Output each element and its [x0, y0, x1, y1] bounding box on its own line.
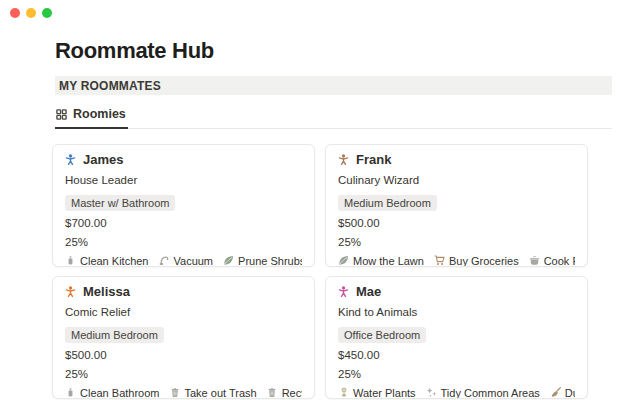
task-label: Clean Kitchen	[80, 255, 149, 267]
task-label: Water Plants	[353, 387, 416, 399]
room-tag: Medium Bedroom	[338, 195, 437, 211]
rent-amount: $450.00	[338, 349, 575, 362]
rent-amount: $700.00	[65, 217, 302, 230]
rent-share: 25%	[65, 368, 302, 381]
rent-amount: $500.00	[338, 217, 575, 230]
task-label: Dust House	[565, 387, 575, 399]
task-label: Clean Bathroom	[80, 387, 160, 399]
roommate-name: Mae	[356, 284, 381, 299]
soap-bottle-icon	[65, 387, 76, 398]
task-list: Clean Bathroom Take out Trash Recycling	[65, 387, 302, 399]
zoom-button[interactable]	[42, 8, 52, 18]
task-label: Vacuum	[174, 255, 214, 267]
view-tabbar: Roomies	[55, 104, 612, 129]
gallery-view-icon	[56, 109, 67, 120]
task-item: Tidy Common Areas	[426, 387, 540, 399]
task-label: Tidy Common Areas	[441, 387, 540, 399]
roommate-name: James	[83, 152, 123, 167]
trash-can-icon	[267, 387, 278, 398]
roommate-role: Comic Relief	[65, 306, 302, 319]
leaf-icon	[338, 255, 349, 266]
task-list: Clean Kitchen Vacuum Prune Shrubs	[65, 255, 302, 267]
task-label: Take out Trash	[185, 387, 257, 399]
tab-roomies[interactable]: Roomies	[55, 104, 128, 129]
task-list: Water Plants Tidy Common Areas Dust Hous…	[338, 387, 575, 399]
section-header-label: MY ROOMMATES	[59, 79, 161, 93]
task-item: Buy Groceries	[434, 255, 519, 267]
section-header: MY ROOMMATES	[55, 76, 612, 95]
potted-flower-icon	[338, 387, 349, 398]
roommate-card-james[interactable]: James House Leader Master w/ Bathroom $7…	[52, 144, 315, 267]
soap-bottle-icon	[65, 255, 76, 266]
person-icon	[65, 154, 76, 165]
task-list: Mow the Lawn Buy Groceries Cook Friday n…	[338, 255, 575, 267]
roommate-card-mae[interactable]: Mae Kind to Animals Office Bedroom $450.…	[325, 276, 588, 399]
task-item: Take out Trash	[170, 387, 257, 399]
rent-share: 25%	[338, 368, 575, 381]
task-label: Buy Groceries	[449, 255, 519, 267]
task-item: Vacuum	[159, 255, 214, 267]
person-icon	[65, 286, 76, 297]
leaf-icon	[223, 255, 234, 266]
task-item: Clean Bathroom	[65, 387, 160, 399]
task-item: Dust House	[550, 387, 575, 399]
roommate-card-frank[interactable]: Frank Culinary Wizard Medium Bedroom $50…	[325, 144, 588, 267]
roommate-role: Kind to Animals	[338, 306, 575, 319]
broom-icon	[550, 387, 561, 398]
task-item: Cook Friday night dinn	[529, 255, 575, 267]
roommate-role: House Leader	[65, 174, 302, 187]
roommate-card-melissa[interactable]: Melissa Comic Relief Medium Bedroom $500…	[52, 276, 315, 399]
rent-amount: $500.00	[65, 349, 302, 362]
room-tag: Master w/ Bathroom	[65, 195, 175, 211]
room-tag: Medium Bedroom	[65, 327, 164, 343]
close-button[interactable]	[10, 8, 20, 18]
rent-share: 25%	[338, 236, 575, 249]
roommate-gallery: James House Leader Master w/ Bathroom $7…	[52, 144, 612, 399]
task-item: Clean Kitchen	[65, 255, 149, 267]
task-item: Recycling	[267, 387, 302, 399]
roommate-name: Melissa	[83, 284, 130, 299]
task-label: Cook Friday night dinn	[544, 255, 575, 267]
roommate-role: Culinary Wizard	[338, 174, 575, 187]
person-icon	[338, 286, 349, 297]
room-tag: Office Bedroom	[338, 327, 426, 343]
roommate-name: Frank	[356, 152, 391, 167]
minimize-button[interactable]	[26, 8, 36, 18]
rent-share: 25%	[65, 236, 302, 249]
window-titlebar	[0, 0, 640, 24]
vacuum-icon	[159, 255, 170, 266]
sparkles-icon	[426, 387, 437, 398]
shopping-cart-icon	[434, 255, 445, 266]
task-item: Water Plants	[338, 387, 416, 399]
task-label: Prune Shrubs	[238, 255, 302, 267]
tab-label: Roomies	[73, 107, 126, 121]
task-label: Recycling	[282, 387, 302, 399]
trash-can-icon	[170, 387, 181, 398]
cooking-pot-icon	[529, 255, 540, 266]
task-item: Prune Shrubs	[223, 255, 302, 267]
task-label: Mow the Lawn	[353, 255, 424, 267]
task-item: Mow the Lawn	[338, 255, 424, 267]
page-title: Roommate Hub	[55, 38, 612, 64]
person-icon	[338, 154, 349, 165]
